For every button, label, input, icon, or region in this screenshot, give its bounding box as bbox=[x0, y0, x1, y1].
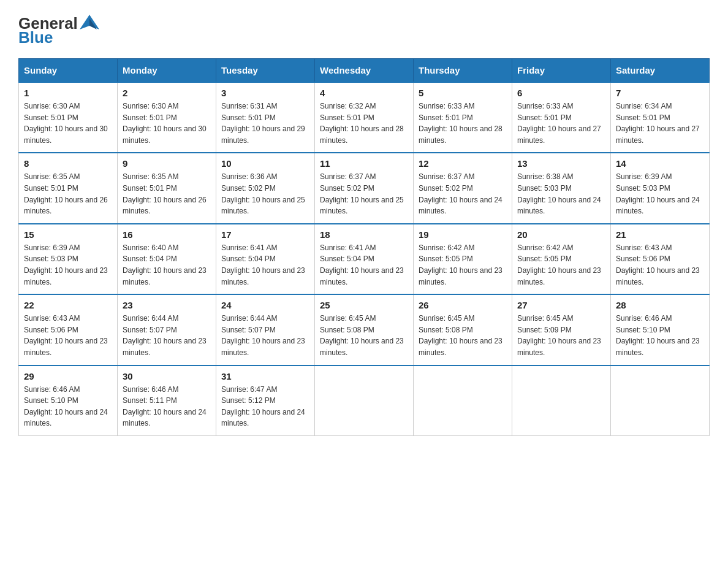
day-info: Sunrise: 6:35 AMSunset: 5:01 PMDaylight:… bbox=[123, 172, 207, 215]
calendar-cell: 22 Sunrise: 6:43 AMSunset: 5:06 PMDaylig… bbox=[19, 294, 118, 365]
day-info: Sunrise: 6:41 AMSunset: 5:04 PMDaylight:… bbox=[221, 243, 305, 286]
calendar-week-row: 8 Sunrise: 6:35 AMSunset: 5:01 PMDayligh… bbox=[19, 153, 710, 223]
day-info: Sunrise: 6:39 AMSunset: 5:03 PMDaylight:… bbox=[24, 243, 108, 286]
calendar-cell: 31 Sunrise: 6:47 AMSunset: 5:12 PMDaylig… bbox=[216, 366, 315, 436]
day-info: Sunrise: 6:46 AMSunset: 5:11 PMDaylight:… bbox=[123, 385, 207, 428]
day-number: 22 bbox=[24, 300, 112, 310]
day-info: Sunrise: 6:43 AMSunset: 5:06 PMDaylight:… bbox=[616, 243, 700, 286]
calendar-week-row: 22 Sunrise: 6:43 AMSunset: 5:06 PMDaylig… bbox=[19, 294, 710, 365]
day-info: Sunrise: 6:45 AMSunset: 5:08 PMDaylight:… bbox=[419, 314, 502, 357]
day-number: 30 bbox=[123, 371, 211, 381]
calendar-cell: 5 Sunrise: 6:33 AMSunset: 5:01 PMDayligh… bbox=[414, 82, 512, 153]
day-number: 6 bbox=[517, 88, 605, 98]
day-number: 13 bbox=[517, 158, 605, 169]
calendar-cell: 23 Sunrise: 6:44 AMSunset: 5:07 PMDaylig… bbox=[118, 294, 216, 365]
day-number: 17 bbox=[221, 229, 309, 240]
day-info: Sunrise: 6:34 AMSunset: 5:01 PMDaylight:… bbox=[616, 102, 700, 145]
calendar-cell: 30 Sunrise: 6:46 AMSunset: 5:11 PMDaylig… bbox=[118, 366, 216, 436]
day-number: 2 bbox=[123, 88, 211, 98]
day-info: Sunrise: 6:33 AMSunset: 5:01 PMDaylight:… bbox=[517, 102, 601, 145]
day-number: 21 bbox=[616, 229, 704, 240]
calendar-cell: 14 Sunrise: 6:39 AMSunset: 5:03 PMDaylig… bbox=[611, 153, 710, 223]
calendar-cell: 28 Sunrise: 6:46 AMSunset: 5:10 PMDaylig… bbox=[611, 294, 710, 365]
day-info: Sunrise: 6:46 AMSunset: 5:10 PMDaylight:… bbox=[24, 385, 108, 428]
day-info: Sunrise: 6:39 AMSunset: 5:03 PMDaylight:… bbox=[616, 172, 700, 215]
day-info: Sunrise: 6:31 AMSunset: 5:01 PMDaylight:… bbox=[221, 102, 305, 145]
day-number: 4 bbox=[320, 88, 408, 98]
calendar-week-row: 1 Sunrise: 6:30 AMSunset: 5:01 PMDayligh… bbox=[19, 82, 710, 153]
calendar-cell: 4 Sunrise: 6:32 AMSunset: 5:01 PMDayligh… bbox=[315, 82, 414, 153]
day-info: Sunrise: 6:45 AMSunset: 5:09 PMDaylight:… bbox=[517, 314, 601, 357]
day-info: Sunrise: 6:41 AMSunset: 5:04 PMDaylight:… bbox=[320, 243, 404, 286]
calendar-cell: 16 Sunrise: 6:40 AMSunset: 5:04 PMDaylig… bbox=[118, 224, 216, 294]
day-info: Sunrise: 6:43 AMSunset: 5:06 PMDaylight:… bbox=[24, 314, 108, 357]
day-info: Sunrise: 6:33 AMSunset: 5:01 PMDaylight:… bbox=[419, 102, 502, 145]
day-info: Sunrise: 6:44 AMSunset: 5:07 PMDaylight:… bbox=[123, 314, 207, 357]
day-info: Sunrise: 6:30 AMSunset: 5:01 PMDaylight:… bbox=[123, 102, 207, 145]
day-info: Sunrise: 6:45 AMSunset: 5:08 PMDaylight:… bbox=[320, 314, 404, 357]
day-number: 27 bbox=[517, 300, 605, 310]
calendar-week-row: 29 Sunrise: 6:46 AMSunset: 5:10 PMDaylig… bbox=[19, 366, 710, 436]
logo-area: General Blue bbox=[18, 12, 101, 47]
calendar-table: SundayMondayTuesdayWednesdayThursdayFrid… bbox=[18, 58, 710, 436]
calendar-cell: 3 Sunrise: 6:31 AMSunset: 5:01 PMDayligh… bbox=[216, 82, 315, 153]
day-number: 5 bbox=[419, 88, 507, 98]
day-number: 9 bbox=[123, 158, 211, 169]
calendar-cell: 13 Sunrise: 6:38 AMSunset: 5:03 PMDaylig… bbox=[512, 153, 611, 223]
day-header-wednesday: Wednesday bbox=[315, 59, 414, 83]
calendar-cell: 10 Sunrise: 6:36 AMSunset: 5:02 PMDaylig… bbox=[216, 153, 315, 223]
day-number: 8 bbox=[24, 158, 112, 169]
day-header-sunday: Sunday bbox=[19, 59, 118, 83]
day-info: Sunrise: 6:36 AMSunset: 5:02 PMDaylight:… bbox=[221, 172, 305, 215]
calendar-cell: 12 Sunrise: 6:37 AMSunset: 5:02 PMDaylig… bbox=[414, 153, 512, 223]
calendar-cell: 11 Sunrise: 6:37 AMSunset: 5:02 PMDaylig… bbox=[315, 153, 414, 223]
calendar-cell: 21 Sunrise: 6:43 AMSunset: 5:06 PMDaylig… bbox=[611, 224, 710, 294]
day-info: Sunrise: 6:37 AMSunset: 5:02 PMDaylight:… bbox=[419, 172, 502, 215]
calendar-cell: 27 Sunrise: 6:45 AMSunset: 5:09 PMDaylig… bbox=[512, 294, 611, 365]
calendar-cell: 6 Sunrise: 6:33 AMSunset: 5:01 PMDayligh… bbox=[512, 82, 611, 153]
day-info: Sunrise: 6:35 AMSunset: 5:01 PMDaylight:… bbox=[24, 172, 108, 215]
calendar-cell: 17 Sunrise: 6:41 AMSunset: 5:04 PMDaylig… bbox=[216, 224, 315, 294]
page-header: General Blue bbox=[18, 12, 710, 47]
calendar-cell bbox=[512, 366, 611, 436]
day-number: 26 bbox=[419, 300, 507, 310]
day-number: 10 bbox=[221, 158, 309, 169]
day-number: 1 bbox=[24, 88, 112, 98]
day-number: 16 bbox=[123, 229, 211, 240]
logo-icon bbox=[78, 12, 100, 34]
calendar-week-row: 15 Sunrise: 6:39 AMSunset: 5:03 PMDaylig… bbox=[19, 224, 710, 294]
day-number: 7 bbox=[616, 88, 704, 98]
day-number: 18 bbox=[320, 229, 408, 240]
calendar-cell: 15 Sunrise: 6:39 AMSunset: 5:03 PMDaylig… bbox=[19, 224, 118, 294]
day-number: 24 bbox=[221, 300, 309, 310]
calendar-cell: 20 Sunrise: 6:42 AMSunset: 5:05 PMDaylig… bbox=[512, 224, 611, 294]
day-info: Sunrise: 6:44 AMSunset: 5:07 PMDaylight:… bbox=[221, 314, 305, 357]
calendar-cell: 25 Sunrise: 6:45 AMSunset: 5:08 PMDaylig… bbox=[315, 294, 414, 365]
logo-blue-text: Blue bbox=[18, 28, 53, 47]
calendar-cell: 9 Sunrise: 6:35 AMSunset: 5:01 PMDayligh… bbox=[118, 153, 216, 223]
day-number: 31 bbox=[221, 371, 309, 381]
calendar-cell: 8 Sunrise: 6:35 AMSunset: 5:01 PMDayligh… bbox=[19, 153, 118, 223]
calendar-cell: 26 Sunrise: 6:45 AMSunset: 5:08 PMDaylig… bbox=[414, 294, 512, 365]
day-header-thursday: Thursday bbox=[414, 59, 512, 83]
day-info: Sunrise: 6:37 AMSunset: 5:02 PMDaylight:… bbox=[320, 172, 404, 215]
calendar-cell bbox=[414, 366, 512, 436]
day-header-saturday: Saturday bbox=[611, 59, 710, 83]
calendar-cell: 24 Sunrise: 6:44 AMSunset: 5:07 PMDaylig… bbox=[216, 294, 315, 365]
day-info: Sunrise: 6:32 AMSunset: 5:01 PMDaylight:… bbox=[320, 102, 404, 145]
day-number: 11 bbox=[320, 158, 408, 169]
day-number: 19 bbox=[419, 229, 507, 240]
day-number: 15 bbox=[24, 229, 112, 240]
day-number: 20 bbox=[517, 229, 605, 240]
calendar-cell bbox=[315, 366, 414, 436]
day-number: 3 bbox=[221, 88, 309, 98]
calendar-cell bbox=[611, 366, 710, 436]
calendar-cell: 7 Sunrise: 6:34 AMSunset: 5:01 PMDayligh… bbox=[611, 82, 710, 153]
calendar-header-row: SundayMondayTuesdayWednesdayThursdayFrid… bbox=[19, 59, 710, 83]
day-number: 12 bbox=[419, 158, 507, 169]
day-info: Sunrise: 6:42 AMSunset: 5:05 PMDaylight:… bbox=[419, 243, 502, 286]
day-number: 25 bbox=[320, 300, 408, 310]
day-number: 28 bbox=[616, 300, 704, 310]
day-number: 14 bbox=[616, 158, 704, 169]
calendar-cell: 19 Sunrise: 6:42 AMSunset: 5:05 PMDaylig… bbox=[414, 224, 512, 294]
